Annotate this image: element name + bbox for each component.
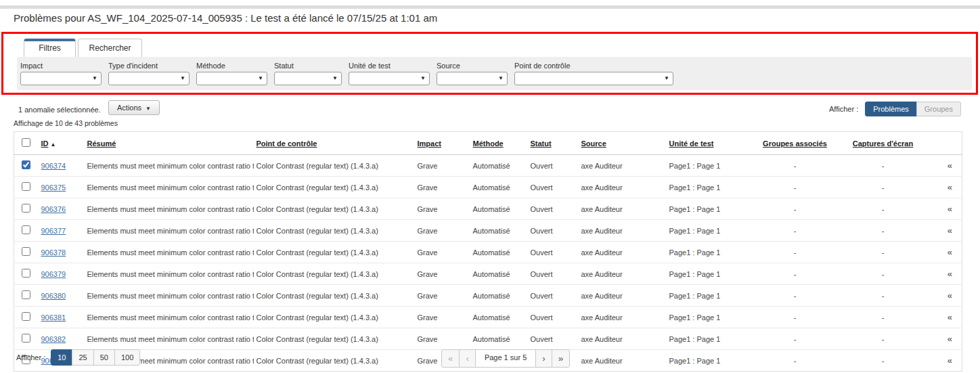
filter-statut-select[interactable]: ▼	[274, 72, 342, 85]
resume-cell: Elements must meet minimum color contras…	[85, 177, 254, 198]
source-cell: axe Auditeur	[579, 350, 667, 372]
collapse-row-icon[interactable]: «	[948, 225, 952, 236]
groupes-associes-cell: -	[755, 155, 836, 177]
last-page-button[interactable]: »	[552, 349, 570, 368]
column-header-link[interactable]: Groupes associés	[763, 139, 827, 148]
issue-id-cell: 906374	[39, 155, 85, 177]
filter-panel: Impact▼Type d'incident▼Méthode▼Statut▼Un…	[17, 57, 972, 90]
column-header-link[interactable]: Unité de test	[669, 139, 714, 148]
column-header-link[interactable]: ID	[41, 139, 49, 148]
filter-type-d-incident-select[interactable]: ▼	[108, 72, 190, 85]
impact-cell: Grave	[415, 285, 470, 307]
row-checkbox[interactable]	[22, 247, 30, 256]
resume-cell: Elements must meet minimum color contras…	[85, 220, 254, 242]
row-checkbox[interactable]	[22, 269, 30, 278]
collapse-row-icon[interactable]: «	[948, 204, 952, 214]
collapse-row-icon[interactable]: «	[948, 290, 952, 301]
collapse-row-icon[interactable]: «	[948, 182, 952, 192]
collapse-row-icon[interactable]: «	[948, 160, 952, 171]
page-size-25[interactable]: 25	[72, 349, 93, 366]
row-checkbox[interactable]	[22, 334, 30, 343]
first-page-button[interactable]: «	[441, 349, 460, 368]
groupes-associes-cell: -	[755, 328, 836, 350]
filter-impact-select[interactable]: ▼	[20, 72, 102, 85]
groupes-associes-cell: -	[755, 285, 836, 307]
issue-id-link[interactable]: 906374	[41, 162, 66, 170]
column-header-link[interactable]: Méthode	[473, 139, 504, 148]
row-checkbox[interactable]	[22, 204, 30, 213]
statut-cell: Ouvert	[528, 198, 579, 220]
captures-ecran-cell: -	[836, 220, 931, 242]
filter-source-select[interactable]: ▼	[437, 72, 508, 85]
tab-filtres[interactable]: Filtres	[24, 39, 76, 57]
unite-de-test-cell: Page1 : Page 1	[667, 328, 755, 350]
column-header-link[interactable]: Résumé	[87, 139, 116, 148]
chevron-down-icon: ▼	[498, 75, 504, 81]
collapse-row-icon[interactable]: «	[948, 247, 952, 257]
row-checkbox[interactable]	[22, 290, 30, 299]
filter-point-de-contr-le-select[interactable]: ▼	[514, 72, 673, 85]
source-cell: axe Auditeur	[579, 177, 667, 198]
statut-cell: Ouvert	[528, 242, 579, 263]
issue-id-link[interactable]: 906377	[41, 227, 66, 235]
filter-unit-de-test-select[interactable]: ▼	[349, 72, 430, 85]
issue-id-link[interactable]: 906381	[41, 313, 66, 322]
filter-label: Point de contrôle	[514, 62, 673, 70]
methode-cell: Automatisé	[470, 307, 528, 328]
collapse-row-icon[interactable]: «	[948, 269, 952, 279]
groupes-associes-cell: -	[755, 242, 836, 263]
column-header-link[interactable]: Source	[581, 139, 606, 148]
view-toggle-label: Afficher :	[829, 105, 858, 113]
column-header-link[interactable]: Point de contrôle	[257, 139, 317, 148]
issue-id-link[interactable]: 906376	[41, 205, 66, 213]
row-checkbox[interactable]	[22, 312, 30, 321]
filter-m-thode-select[interactable]: ▼	[196, 72, 267, 85]
statut-cell: Ouvert	[528, 285, 579, 307]
row-checkbox[interactable]	[22, 225, 30, 234]
captures-ecran-cell: -	[836, 350, 931, 372]
table-row: 906378Elements must meet minimum color c…	[14, 242, 962, 263]
issue-id-link[interactable]: 906375	[41, 183, 66, 192]
column-header-link[interactable]: Captures d'écran	[853, 139, 913, 148]
page-title: Problèmes pour AS_WF_104_2025-07-14_0059…	[14, 12, 437, 24]
issue-id-link[interactable]: 906380	[41, 292, 66, 300]
results-count-text: Affichage de 10 de 43 problèmes	[14, 119, 118, 127]
view-button-probl-mes[interactable]: Problèmes	[865, 102, 917, 116]
column-header-link[interactable]: Statut	[531, 139, 552, 148]
resume-cell: Elements must meet minimum color contras…	[85, 242, 254, 263]
chevron-down-icon: ▼	[420, 75, 426, 81]
next-page-button[interactable]: ›	[535, 349, 552, 368]
row-collapse-cell: «	[931, 263, 962, 285]
tab-rechercher[interactable]: Rechercher	[78, 39, 142, 57]
row-checkbox[interactable]	[22, 182, 30, 191]
row-collapse-cell: «	[931, 328, 962, 350]
view-button-groupes[interactable]: Groupes	[916, 102, 961, 116]
actions-button[interactable]: Actions▼	[108, 100, 160, 115]
collapse-row-icon[interactable]: «	[948, 312, 952, 322]
column-header-link[interactable]: Impact	[418, 139, 441, 148]
page-size-10[interactable]: 10	[51, 349, 72, 366]
column-header-source: Source	[579, 132, 667, 155]
unite-de-test-cell: Page1 : Page 1	[667, 263, 755, 285]
prev-page-button[interactable]: ‹	[459, 349, 475, 368]
groupes-associes-cell: -	[755, 307, 836, 328]
select-all-checkbox[interactable]	[22, 138, 30, 147]
point-de-controle-cell: Color Contrast (regular text) (1.4.3.a)	[254, 220, 415, 242]
unite-de-test-cell: Page1 : Page 1	[667, 307, 755, 328]
filter-controls: Impact▼Type d'incident▼Méthode▼Statut▼Un…	[17, 57, 972, 85]
header-collapse-cell	[931, 132, 962, 155]
issue-id-link[interactable]: 906382	[41, 335, 66, 343]
issue-id-link[interactable]: 906378	[41, 248, 66, 257]
row-checkbox[interactable]	[22, 160, 30, 169]
issue-id-cell: 906380	[39, 285, 85, 307]
collapse-row-icon[interactable]: «	[948, 334, 952, 344]
impact-cell: Grave	[415, 307, 470, 328]
page-size-100[interactable]: 100	[114, 349, 140, 366]
page-size-50[interactable]: 50	[93, 349, 115, 366]
statut-cell: Ouvert	[528, 177, 579, 198]
collapse-row-icon[interactable]: «	[948, 355, 952, 366]
table-row: 906380Elements must meet minimum color c…	[14, 285, 962, 307]
point-de-controle-cell: Color Contrast (regular text) (1.4.3.a)	[254, 263, 415, 285]
issue-id-link[interactable]: 906379	[41, 270, 66, 278]
captures-ecran-cell: -	[836, 198, 931, 220]
